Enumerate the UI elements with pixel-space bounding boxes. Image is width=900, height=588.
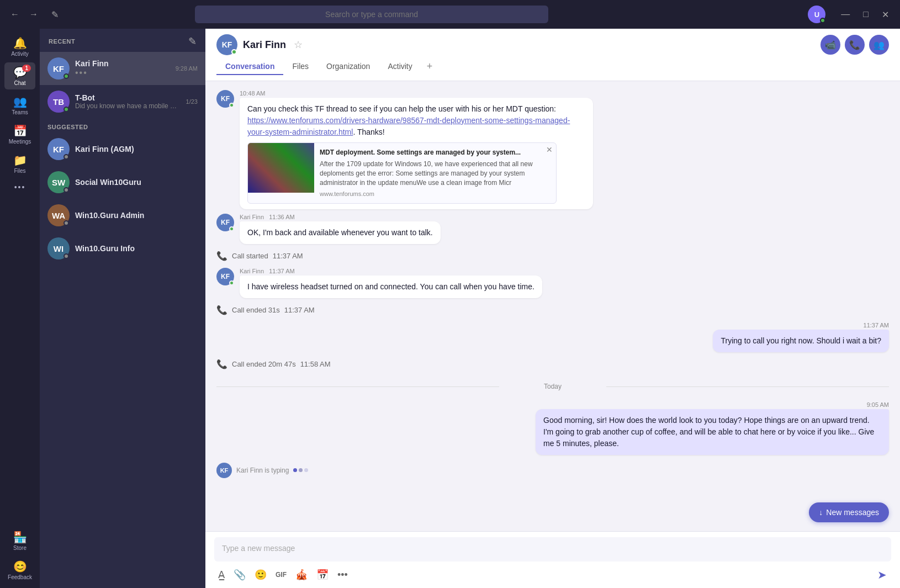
window-controls: — □ ✕	[837, 9, 893, 20]
chat-preview-kari: •••	[75, 68, 170, 78]
tab-activity[interactable]: Activity	[379, 59, 421, 75]
chat-badge: 1	[22, 65, 31, 72]
chat-item-social-win10[interactable]: SW Social Win10Guru	[40, 166, 205, 199]
avatar-kari-agm: KF	[47, 138, 70, 160]
sidebar-item-chat[interactable]: 1 💬 Chat	[4, 62, 35, 89]
msg-content-1: 10:48 AM Can you check this TF thread to…	[240, 90, 593, 209]
chat-item-win10-info[interactable]: WI Win10.Guru Info	[40, 232, 205, 265]
chat-item-kari-agm[interactable]: KF Kari Finn (AGM)	[40, 133, 205, 166]
sidebar-item-more[interactable]: •••	[4, 179, 35, 195]
link-preview-1: MDT deployment. Some settings are manage…	[247, 142, 557, 204]
new-chat-button[interactable]: ✎	[188, 35, 197, 47]
more-options-button[interactable]: •••	[333, 567, 352, 583]
call-row-1: 📞 Call started 11:37 AM	[216, 248, 889, 263]
chat-main: KF Kari Finn ☆ 📹 📞 👥 Conversation Files …	[205, 29, 900, 588]
avatar-kari-finn: KF	[47, 57, 70, 80]
call-text-2: Call ended 31s	[232, 306, 280, 314]
chat-header-top: KF Kari Finn ☆ 📹 📞 👥	[216, 34, 889, 55]
user-avatar[interactable]: U	[808, 6, 825, 23]
minimize-button[interactable]: —	[837, 9, 854, 20]
meet-button[interactable]: 📅	[313, 566, 332, 583]
msg-text-1: Can you check this TF thread to see if y…	[247, 104, 570, 136]
message-row: KF 10:48 AM Can you check this TF thread…	[216, 90, 889, 209]
sidebar-item-feedback[interactable]: 😊 Feedback	[4, 557, 35, 584]
header-online-dot	[231, 49, 237, 55]
sidebar-item-files[interactable]: 📁 Files	[4, 150, 35, 177]
message-row-kari-2: KF Kari Finn 11:37 AM I have wireless he…	[216, 268, 889, 298]
msg-link-1[interactable]: https://www.tenforums.com/drivers-hardwa…	[247, 116, 570, 136]
feedback-icon: 😊	[13, 560, 27, 573]
gif-button[interactable]: GIF	[272, 569, 290, 581]
chat-header-name: Kari Finn	[243, 39, 286, 51]
files-icon: 📁	[13, 153, 27, 167]
self-message-1: 11:37 AM Trying to call you right now. S…	[216, 322, 889, 352]
back-button[interactable]: ←	[7, 6, 23, 23]
forward-button[interactable]: →	[25, 6, 42, 23]
msg-avatar-kari-2: KF	[216, 268, 234, 285]
call-icon-3: 📞	[216, 359, 227, 369]
tab-files[interactable]: Files	[283, 59, 317, 75]
format-button[interactable]: A̲	[214, 566, 229, 583]
link-url: www.tenforums.com	[320, 189, 550, 199]
typing-label: Kari Finn is typing	[236, 467, 289, 474]
phone-call-button[interactable]: 📞	[845, 35, 865, 55]
chat-item-tbot[interactable]: TB T-Bot Did you know we have a mobile a…	[40, 85, 205, 118]
self-msg-bubble-2: Good morning, sir! How does the world lo…	[536, 409, 889, 455]
search-input[interactable]	[195, 6, 548, 23]
message-input-box[interactable]: Type a new message	[214, 537, 891, 561]
chat-item-win10-admin[interactable]: WA Win10.Guru Admin	[40, 199, 205, 232]
compose-button[interactable]: ✎	[46, 6, 63, 23]
call-time-3: 11:58 AM	[300, 360, 331, 368]
title-bar-right: U — □ ✕	[808, 6, 893, 23]
teams-icon: 👥	[13, 95, 27, 108]
msg-meta-kari-1: Kari Finn 11:36 AM	[240, 214, 441, 220]
chat-name-kari: Kari Finn	[75, 59, 170, 68]
message-input-placeholder: Type a new message	[222, 544, 295, 553]
sidebar-item-teams[interactable]: 👥 Teams	[4, 92, 35, 119]
chat-item-kari-finn[interactable]: KF Kari Finn ••• 9:28 AM	[40, 52, 205, 85]
tab-organization[interactable]: Organization	[317, 59, 379, 75]
add-people-button[interactable]: 👥	[869, 35, 889, 55]
link-image	[248, 143, 314, 193]
chat-label: Chat	[14, 80, 25, 86]
sidebar-item-store[interactable]: 🏪 Store	[4, 527, 35, 554]
attach-button[interactable]: 📎	[230, 566, 250, 583]
msg-bubble-kari-1: OK, I'm back and available whenever you …	[240, 221, 441, 244]
down-arrow-icon: ↓	[819, 508, 823, 517]
main-layout: 🔔 Activity 1 💬 Chat 👥 Teams 📅 Meetings 📁…	[0, 29, 900, 588]
sticker-button[interactable]: 🎪	[292, 566, 311, 583]
tab-conversation[interactable]: Conversation	[216, 59, 283, 75]
avatar-win10-admin: WA	[47, 204, 70, 226]
chat-meta-kari: 9:28 AM	[176, 65, 198, 72]
call-row-3: 📞 Call ended 20m 47s 11:58 AM	[216, 357, 889, 372]
msg-avatar-other: KF	[216, 90, 234, 108]
sidebar-item-activity[interactable]: 🔔 Activity	[4, 33, 35, 60]
emoji-button[interactable]: 🙂	[251, 566, 271, 583]
files-label: Files	[14, 168, 25, 174]
recent-label: Recent	[49, 38, 75, 45]
maximize-button[interactable]: □	[859, 9, 873, 20]
self-msg-meta-2: 9:05 AM	[536, 401, 889, 408]
video-call-button[interactable]: 📹	[820, 35, 840, 55]
chat-preview-tbot: Did you know we have a mobile ap...	[75, 102, 181, 110]
link-close-button[interactable]: ✕	[546, 145, 553, 154]
avatar-win10-info: WI	[47, 237, 70, 259]
status-dot-kari-agm	[63, 154, 69, 160]
self-msg-meta-1: 11:37 AM	[713, 322, 889, 329]
favorite-button[interactable]: ☆	[294, 39, 303, 51]
msg-bubble-kari-2: I have wireless headset turned on and co…	[240, 276, 542, 298]
close-button[interactable]: ✕	[877, 9, 893, 20]
msg-content-kari-1: Kari Finn 11:36 AM OK, I'm back and avai…	[240, 214, 441, 244]
new-messages-button[interactable]: ↓ New messages	[809, 502, 889, 522]
typing-dot-3	[304, 468, 308, 472]
message-input-area: Type a new message A̲ 📎 🙂 GIF 🎪 📅 ••• ➤	[205, 531, 900, 588]
teams-label: Teams	[12, 109, 28, 115]
call-text-3: Call ended 20m 47s	[232, 360, 296, 368]
messages-area[interactable]: KF 10:48 AM Can you check this TF thread…	[205, 81, 900, 531]
chat-list: KF Kari Finn ••• 9:28 AM TB T-B	[40, 52, 205, 588]
send-button[interactable]: ➤	[873, 566, 891, 584]
more-icon: •••	[14, 183, 26, 192]
sidebar-item-meetings[interactable]: 📅 Meetings	[4, 121, 35, 148]
chat-info-social: Social Win10Guru	[75, 178, 198, 187]
add-tab-button[interactable]: +	[421, 59, 438, 75]
